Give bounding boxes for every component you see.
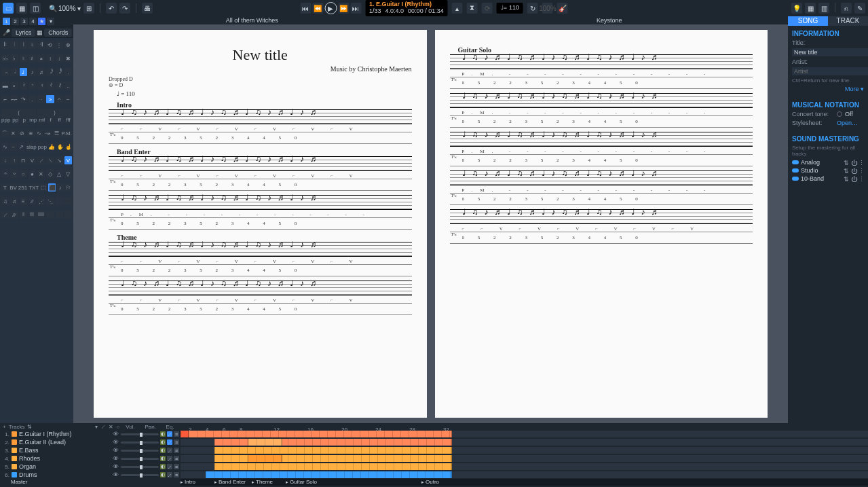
- symbol-tool[interactable]: ○: [20, 170, 27, 178]
- palm-mute-tool[interactable]: P.M.: [62, 129, 72, 137]
- section-marker-solo[interactable]: Guitar Solo: [286, 479, 317, 486]
- stroke-tool[interactable]: ↑: [10, 156, 18, 164]
- volume-slider[interactable]: [121, 441, 159, 444]
- zoom-value[interactable]: 100%: [58, 5, 76, 12]
- section-bar[interactable]: Intro Band Enter Theme Guitar Solo Outro: [181, 479, 868, 486]
- bar-tool[interactable]: 𝄆: [1, 41, 9, 49]
- chords-button[interactable]: Chords: [44, 29, 72, 37]
- tempo-display[interactable]: ♩=110: [497, 3, 523, 14]
- effect-toggle[interactable]: [792, 177, 799, 181]
- duration-tool[interactable]: 𝅝: [1, 68, 9, 76]
- symbol-tool[interactable]: 𝄑: [10, 170, 18, 178]
- symbol-tool[interactable]: ⬚: [40, 183, 47, 192]
- rest-tool[interactable]: ▬: [1, 82, 9, 90]
- slap-tool[interactable]: slap: [26, 143, 37, 151]
- accidental-tool[interactable]: ♭♭: [1, 54, 9, 62]
- tab-song[interactable]: SONG: [788, 16, 828, 26]
- track-color-swatch[interactable]: [12, 448, 17, 453]
- duration-tool[interactable]: ♪: [29, 68, 36, 76]
- articulation-tool-accent[interactable]: >: [46, 95, 54, 103]
- goto-start-button[interactable]: ⏮: [300, 3, 311, 14]
- countdown-button[interactable]: ⧗: [467, 3, 478, 14]
- section-marker-theme[interactable]: Theme: [252, 479, 273, 486]
- eq-button[interactable]: ⟋: [167, 439, 172, 445]
- articulation-tool[interactable]: ·: [37, 95, 45, 103]
- duration-tool-quarter[interactable]: ♩: [20, 68, 27, 76]
- bar-tool[interactable]: ⊗: [64, 41, 72, 49]
- technique-tool[interactable]: ∿: [1, 143, 8, 151]
- effect-toggle[interactable]: [792, 168, 799, 173]
- palette-page-1[interactable]: 1: [3, 18, 10, 25]
- accidental-tool[interactable]: ♯: [29, 54, 36, 62]
- technique-tool[interactable]: ↗: [18, 143, 25, 151]
- section-marker-outro[interactable]: Outro: [421, 479, 439, 486]
- lightbulb-icon[interactable]: 💡: [791, 3, 802, 14]
- ornament-tool[interactable]: ≋: [27, 129, 35, 137]
- track-name[interactable]: Organ: [19, 463, 111, 470]
- more-icon[interactable]: ⋮: [858, 176, 864, 181]
- automation-tool[interactable]: [56, 211, 63, 219]
- num-display[interactable]: 251: [18, 183, 27, 192]
- dynamic-pp[interactable]: pp: [12, 115, 19, 124]
- bar-tool[interactable]: 𝄇: [37, 41, 45, 49]
- symbol-tool[interactable]: ▽: [64, 170, 72, 178]
- rewind-button[interactable]: ⏪: [312, 3, 323, 14]
- loop-button[interactable]: ⟳: [482, 3, 493, 14]
- articulation-tool[interactable]: ^: [56, 95, 63, 103]
- repeat-button[interactable]: ↻: [527, 3, 538, 14]
- stroke-tool[interactable]: ⟍: [46, 156, 54, 164]
- bar-tool[interactable]: ⋮: [56, 41, 63, 49]
- volume-slider[interactable]: [121, 474, 159, 476]
- play-button[interactable]: ▶: [324, 2, 337, 14]
- title-input[interactable]: [792, 48, 868, 56]
- misc-tool[interactable]: ♬: [10, 197, 18, 205]
- tab-staff[interactable]: 0 5 2 2 3 5 2 3 4 4 5 0: [450, 193, 753, 205]
- track-timeline[interactable]: [181, 463, 868, 470]
- notation-staff[interactable]: [109, 156, 412, 171]
- pan-knob[interactable]: ◐: [160, 439, 166, 445]
- track-name[interactable]: E.Bass: [19, 447, 111, 454]
- artist-input[interactable]: [792, 67, 868, 75]
- track-timeline[interactable]: [181, 431, 868, 437]
- misc-tool[interactable]: ⫽: [29, 197, 36, 205]
- rest-tool[interactable]: 𝅁: [56, 82, 63, 90]
- clip-segment[interactable]: [248, 439, 282, 446]
- mute-all[interactable]: ✕: [109, 424, 113, 430]
- accidental-tool[interactable]: ✖: [64, 54, 72, 62]
- volume-slider[interactable]: [121, 450, 159, 452]
- eq-button[interactable]: ⟋: [167, 456, 172, 461]
- bar-tool[interactable]: ♮: [29, 41, 36, 49]
- ornament-tool[interactable]: ⌒: [1, 129, 9, 137]
- automation-tool[interactable]: ⦀: [20, 211, 27, 219]
- automation-tool[interactable]: ⫻: [10, 211, 18, 219]
- inspector-button[interactable]: ✎: [854, 3, 865, 14]
- eq-button-2[interactable]: ≡: [174, 431, 179, 437]
- duration-tool[interactable]: ♬: [37, 68, 45, 76]
- tab-staff[interactable]: 0 5 2 2 3 5 2 3 4 4 5 0: [109, 264, 412, 276]
- track-color-swatch[interactable]: [12, 431, 17, 437]
- track-timeline[interactable]: [181, 447, 868, 454]
- track-color-swatch[interactable]: [12, 464, 17, 469]
- tab-staff[interactable]: 0 5 2 2 3 5 2 3 4 4 5 0: [109, 303, 412, 315]
- chevron-down-icon[interactable]: ▾: [95, 424, 98, 430]
- fast-forward-button[interactable]: ⏩: [338, 3, 349, 14]
- more-link[interactable]: More ▾: [845, 86, 864, 92]
- notation-staff[interactable]: [450, 93, 753, 108]
- tuner-button[interactable]: 🎸: [557, 3, 568, 14]
- symbol-tool[interactable]: ♪: [57, 183, 64, 192]
- bar-tool[interactable]: 𝄁: [20, 41, 27, 49]
- articulation-tool[interactable]: ↷: [20, 95, 27, 103]
- score-page-2[interactable]: Guitar Solo P.M. - - - - - - - - - - - -…: [435, 30, 768, 418]
- dynamic-mf[interactable]: mf: [38, 115, 45, 124]
- section-marker-intro[interactable]: Intro: [181, 479, 195, 486]
- clip-segment[interactable]: [214, 463, 452, 470]
- misc-tool[interactable]: ♫: [1, 197, 9, 205]
- rest-tool[interactable]: ..: [64, 82, 72, 90]
- rest-tool[interactable]: 𝄽: [20, 82, 27, 90]
- palette-page-2[interactable]: 2: [12, 18, 19, 25]
- symbol-tool[interactable]: ✕: [37, 170, 45, 178]
- track-name[interactable]: E.Guitar I (Rhythm): [19, 431, 111, 437]
- track-timeline[interactable]: [181, 439, 868, 446]
- eq-button-2[interactable]: ≡: [174, 439, 179, 445]
- clip-segment[interactable]: [181, 431, 189, 437]
